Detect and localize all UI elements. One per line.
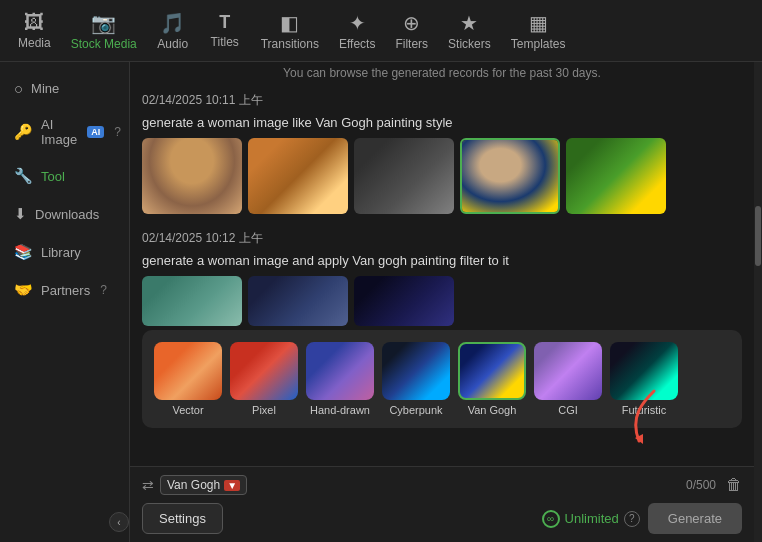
nav-item-filters[interactable]: ⊕ Filters xyxy=(385,5,438,57)
thumbnail-1-5[interactable] xyxy=(566,138,666,214)
partners-icon: 🤝 xyxy=(14,281,33,299)
filters-icon: ⊕ xyxy=(403,11,420,35)
unlimited-label: Unlimited xyxy=(565,511,619,526)
downloads-icon: ⬇ xyxy=(14,205,27,223)
style-thumb-cyberpunk xyxy=(382,342,450,400)
settings-button[interactable]: Settings xyxy=(142,503,223,534)
char-count: 0/500 xyxy=(686,478,716,492)
ai-image-icon: 🔑 xyxy=(14,123,33,141)
partners-help-icon[interactable]: ? xyxy=(100,283,107,297)
style-selector: Vector Pixel Hand-drawn Cyberpunk xyxy=(142,330,742,428)
prompt-1: generate a woman image like Van Gogh pai… xyxy=(142,115,742,130)
mine-icon: ○ xyxy=(14,80,23,97)
effects-icon: ✦ xyxy=(349,11,366,35)
notice-bar: You can browse the generated records for… xyxy=(130,62,754,84)
style-item-pixel[interactable]: Pixel xyxy=(230,342,298,416)
style-item-handdrawn[interactable]: Hand-drawn xyxy=(306,342,374,416)
trash-icon[interactable]: 🗑 xyxy=(726,476,742,494)
partial-image-row xyxy=(142,276,742,326)
nav-item-media[interactable]: 🖼 Media xyxy=(8,5,61,56)
style-thumb-futuristic xyxy=(610,342,678,400)
prompt-2: generate a woman image and apply Van gog… xyxy=(142,253,742,268)
thumbnail-1-2[interactable] xyxy=(248,138,348,214)
bottom-area: ⇄ Van Gogh ▼ 0/500 🗑 Settings ∞ Unlimite… xyxy=(130,466,754,542)
sidebar-item-downloads[interactable]: ⬇ Downloads xyxy=(0,195,129,233)
sidebar-item-ai-image[interactable]: 🔑 AI Image AI ? xyxy=(0,107,129,157)
ai-image-help-icon[interactable]: ? xyxy=(114,125,121,139)
input-row: ⇄ Van Gogh ▼ 0/500 🗑 xyxy=(142,475,742,495)
transitions-icon: ◧ xyxy=(280,11,299,35)
nav-item-stickers[interactable]: ★ Stickers xyxy=(438,5,501,57)
sidebar-item-tool[interactable]: 🔧 Tool xyxy=(0,157,129,195)
thumbnail-2-1[interactable] xyxy=(142,276,242,326)
style-tag-box: Van Gogh ▼ xyxy=(160,475,247,495)
thumbnail-1-3[interactable] xyxy=(354,138,454,214)
tool-icon: 🔧 xyxy=(14,167,33,185)
thumbnail-1-1[interactable] xyxy=(142,138,242,214)
stickers-icon: ★ xyxy=(460,11,478,35)
nav-item-titles[interactable]: T Titles xyxy=(199,6,251,55)
nav-item-templates[interactable]: ▦ Templates xyxy=(501,5,576,57)
style-thumb-pixel xyxy=(230,342,298,400)
thumbnail-2-2[interactable] xyxy=(248,276,348,326)
nav-item-audio[interactable]: 🎵 Audio xyxy=(147,5,199,57)
audio-icon: 🎵 xyxy=(160,11,185,35)
style-thumb-vangogh xyxy=(458,342,526,400)
top-navigation: 🖼 Media 📷 Stock Media 🎵 Audio T Titles ◧… xyxy=(0,0,762,62)
titles-icon: T xyxy=(219,12,230,33)
unlimited-help-icon[interactable]: ? xyxy=(624,511,640,527)
sidebar-collapse-button[interactable]: ‹ xyxy=(109,512,129,532)
main-layout: ○ Mine 🔑 AI Image AI ? 🔧 Tool ⬇ Download… xyxy=(0,62,762,542)
sidebar-item-library[interactable]: 📚 Library xyxy=(0,233,129,271)
style-item-cyberpunk[interactable]: Cyberpunk xyxy=(382,342,450,416)
scrollbar-thumb[interactable] xyxy=(755,206,761,266)
sidebar-item-mine[interactable]: ○ Mine xyxy=(0,70,129,107)
style-item-futuristic[interactable]: Futuristic xyxy=(610,342,678,416)
unlimited-icon: ∞ xyxy=(542,510,560,528)
generate-button[interactable]: Generate xyxy=(648,503,742,534)
ai-badge: AI xyxy=(87,126,104,138)
shuffle-icon[interactable]: ⇄ xyxy=(142,477,154,493)
thumbnail-1-4[interactable] xyxy=(460,138,560,214)
templates-icon: ▦ xyxy=(529,11,548,35)
chat-section-1: 02/14/2025 10:11 上午 generate a woman ima… xyxy=(142,92,742,214)
timestamp-1: 02/14/2025 10:11 上午 xyxy=(142,92,742,109)
style-thumb-cgi xyxy=(534,342,602,400)
content-area: You can browse the generated records for… xyxy=(130,62,754,542)
timestamp-2: 02/14/2025 10:12 上午 xyxy=(142,230,742,247)
style-grid: Vector Pixel Hand-drawn Cyberpunk xyxy=(154,342,730,416)
nav-item-stock-media[interactable]: 📷 Stock Media xyxy=(61,5,147,57)
sidebar-item-partners[interactable]: 🤝 Partners ? xyxy=(0,271,129,309)
stock-media-icon: 📷 xyxy=(91,11,116,35)
style-tag-text: Van Gogh xyxy=(167,478,220,492)
style-thumb-vector xyxy=(154,342,222,400)
image-grid-1 xyxy=(142,138,742,214)
style-thumb-handdrawn xyxy=(306,342,374,400)
library-icon: 📚 xyxy=(14,243,33,261)
nav-item-effects[interactable]: ✦ Effects xyxy=(329,5,385,57)
style-item-vangogh[interactable]: Van Gogh xyxy=(458,342,526,416)
sidebar: ○ Mine 🔑 AI Image AI ? 🔧 Tool ⬇ Download… xyxy=(0,62,130,542)
media-icon: 🖼 xyxy=(24,11,44,34)
style-tag-close-button[interactable]: ▼ xyxy=(224,480,240,491)
nav-item-transitions[interactable]: ◧ Transitions xyxy=(251,5,329,57)
unlimited-badge: ∞ Unlimited ? xyxy=(542,510,640,528)
chat-area[interactable]: 02/14/2025 10:11 上午 generate a woman ima… xyxy=(130,84,754,466)
style-item-cgi[interactable]: CGI xyxy=(534,342,602,416)
scrollbar-track[interactable] xyxy=(754,62,762,542)
style-item-vector[interactable]: Vector xyxy=(154,342,222,416)
chat-section-2: 02/14/2025 10:12 上午 generate a woman ima… xyxy=(142,230,742,428)
thumbnail-2-3[interactable] xyxy=(354,276,454,326)
action-row: Settings ∞ Unlimited ? Generate xyxy=(142,503,742,534)
